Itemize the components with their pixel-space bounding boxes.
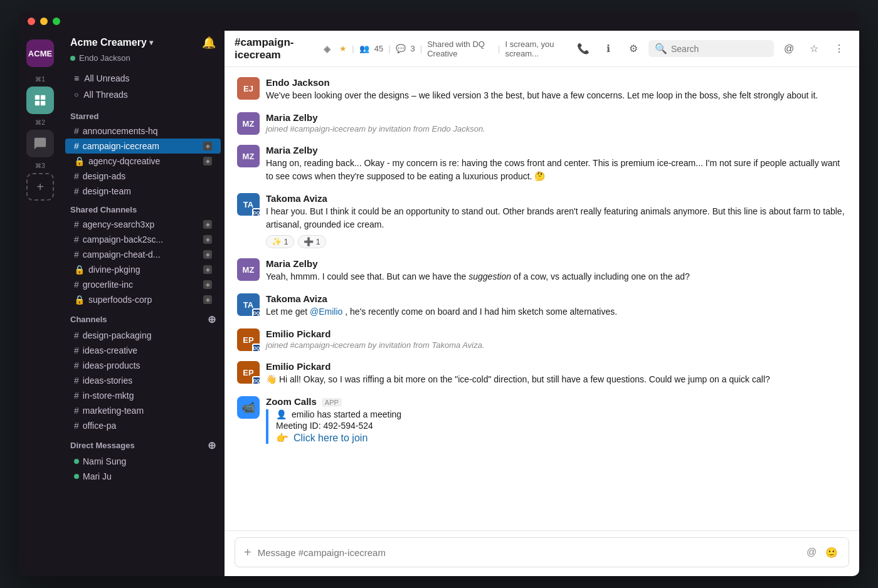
sidebar-item-ideas-stories[interactable]: # ideas-stories <box>65 373 221 388</box>
app-window: ACME ⌘1 ⌘2 ⌘3 + Acme Creamery ▾ 🔔 Endo J… <box>19 12 859 576</box>
ws-shortcut-2: ⌘2 <box>35 119 45 126</box>
channel-search-box[interactable]: 🔍 <box>648 40 774 57</box>
svg-rect-2 <box>35 101 40 105</box>
search-icon: 🔍 <box>655 43 667 55</box>
message-author: Takoma Aviza <box>266 293 327 304</box>
shared-icon: ◈ <box>203 157 212 165</box>
sidebar-item-design-ads[interactable]: # design-ads <box>65 169 221 184</box>
header-actions: 📞 ℹ ⚙ 🔍 @ ☆ ⋮ <box>573 39 849 59</box>
channel-label: design-team <box>83 186 131 196</box>
sidebar-item-all-threads[interactable]: ○ All Threads <box>65 87 221 103</box>
sidebar-item-grocerlite-inc[interactable]: # grocerlite-inc ◈ <box>65 277 221 292</box>
minimize-button[interactable] <box>40 18 48 25</box>
sidebar-item-ideas-creative[interactable]: # ideas-creative <box>65 343 221 358</box>
message-group: TA DQ Takoma Aviza Let me get @Emilio , … <box>237 293 847 318</box>
search-input[interactable] <box>671 44 768 54</box>
hash-icon: # <box>74 186 79 196</box>
sidebar-item-ideas-products[interactable]: # ideas-products <box>65 358 221 373</box>
ws-icon-1[interactable] <box>26 87 54 114</box>
member-icon: 👥 <box>359 44 369 53</box>
sidebar-item-superfoods-corp[interactable]: 🔒 superfoods-corp ◈ <box>65 292 221 307</box>
sidebar-item-all-unreads[interactable]: ≡ All Unreads <box>65 70 221 87</box>
sidebar-dm-mari-ju[interactable]: Mari Ju <box>65 469 221 484</box>
shared-icon: ◈ <box>203 295 212 304</box>
shared-icon: ◈ <box>203 220 212 229</box>
info-button[interactable]: ℹ <box>598 39 618 59</box>
hash-icon: # <box>74 219 79 229</box>
message-text: 👋 Hi all! Okay, so I was riffing a bit m… <box>266 373 847 386</box>
chevron-down-icon: ▾ <box>149 38 153 47</box>
workspace-logo[interactable]: ACME <box>26 39 54 67</box>
sidebar-item-campaign-cheat-d[interactable]: # campaign-cheat-d... ◈ <box>65 247 221 262</box>
call-button[interactable]: 📞 <box>573 39 593 59</box>
channel-label: in-store-mktg <box>83 391 134 401</box>
message-author: Endo Jackson <box>266 77 330 88</box>
reaction-button[interactable]: ✨ 1 <box>266 235 294 248</box>
sidebar-item-in-store-mktg[interactable]: # in-store-mktg <box>65 388 221 403</box>
message-content: Maria Zelby Hang on, reading back... Oka… <box>266 145 847 183</box>
zoom-join-link[interactable]: Click here to join <box>294 433 368 444</box>
sidebar-item-office-pa[interactable]: # office-pa <box>65 418 221 433</box>
at-mention-button[interactable]: @ <box>803 544 820 560</box>
sidebar-item-marketing-team[interactable]: # marketing-team <box>65 403 221 418</box>
message-header: Takoma Aviza <box>266 293 847 304</box>
sidebar-item-campaign-back2sc[interactable]: # campaign-back2sc... ◈ <box>65 232 221 247</box>
member-count: 45 <box>374 44 383 53</box>
add-workspace-button[interactable]: + <box>26 173 54 201</box>
star-button[interactable]: ☆ <box>804 39 824 59</box>
maximize-button[interactable] <box>53 18 60 25</box>
sidebar-dm-nami-sung[interactable]: Nami Sung <box>65 454 221 469</box>
shared-icon: ◈ <box>203 142 212 150</box>
message-input-box: + @ 🙂 <box>235 537 849 567</box>
zoom-header: Zoom Calls APP <box>266 396 847 407</box>
star-icon[interactable]: ★ <box>339 44 347 53</box>
ws-icon-2[interactable] <box>26 130 54 157</box>
system-message: joined #campaign-icecream by invitation … <box>266 340 847 350</box>
channel-label: office-pa <box>83 421 116 431</box>
message-header: Endo Jackson <box>266 77 847 88</box>
sidebar-item-design-team[interactable]: # design-team <box>65 184 221 199</box>
avatar: TA DQ <box>237 193 260 216</box>
add-dm-icon[interactable]: ⊕ <box>208 439 216 451</box>
sidebar-item-agency-dqcreative[interactable]: 🔒 agency-dqcreative ◈ <box>65 154 221 169</box>
close-button[interactable] <box>28 18 35 25</box>
reaction-button[interactable]: ➕ 1 <box>298 235 326 248</box>
zoom-meeting-id: Meeting ID: 492-594-524 <box>276 421 847 431</box>
sidebar-item-design-packaging[interactable]: # design-packaging <box>65 328 221 343</box>
join-emoji: 👉 <box>276 432 288 444</box>
mention[interactable]: @Emilio <box>310 307 342 317</box>
add-channel-icon[interactable]: ⊕ <box>208 313 216 325</box>
zoom-meeting-started: 👤 emilio has started a meeting <box>276 409 847 419</box>
bell-icon[interactable]: 🔔 <box>202 36 216 50</box>
unreads-icon: ≡ <box>74 73 79 83</box>
hash-icon: # <box>74 345 79 355</box>
avatar: MZ <box>237 258 260 281</box>
avatar: TA DQ <box>237 293 260 316</box>
sidebar-item-agency-search3xp[interactable]: # agency-search3xp ◈ <box>65 217 221 232</box>
message-text: Yeah, hmmm. I could see that. But can we… <box>266 270 847 283</box>
at-button[interactable]: @ <box>779 39 799 59</box>
zoom-app-name: Zoom Calls <box>266 396 317 407</box>
sidebar-item-campaign-icecream[interactable]: # campaign-icecream ◈ <box>65 139 221 154</box>
message-text: Let me get @Emilio , he's recently come … <box>266 305 847 318</box>
add-attachment-button[interactable]: + <box>244 545 251 560</box>
workspace-name[interactable]: Acme Creamery ▾ <box>70 37 153 48</box>
zoom-avatar: 📹 <box>237 396 260 419</box>
emoji-button[interactable]: 🙂 <box>823 544 840 560</box>
avatar: MZ <box>237 145 260 167</box>
dm-section-label: Direct Messages ⊕ <box>61 433 225 454</box>
message-input[interactable] <box>258 547 797 558</box>
app-badge: DQ <box>252 308 261 317</box>
sidebar-item-divine-pkging[interactable]: 🔒 divine-pkging ◈ <box>65 262 221 277</box>
settings-button[interactable]: ⚙ <box>623 39 643 59</box>
message-header: Maria Zelby <box>266 258 847 269</box>
hash-icon: # <box>74 126 79 136</box>
channel-label: ideas-products <box>83 360 140 370</box>
threads-icon: ○ <box>74 90 78 99</box>
hash-icon: # <box>74 330 79 340</box>
messages-area: EJ Endo Jackson We've been looking over … <box>225 67 859 530</box>
shared-channels-list: # agency-search3xp ◈# campaign-back2sc..… <box>61 217 225 307</box>
dm-status-dot <box>74 474 79 479</box>
more-button[interactable]: ⋮ <box>829 39 849 59</box>
sidebar-item-announcements-hq[interactable]: # announcements-hq <box>65 123 221 139</box>
